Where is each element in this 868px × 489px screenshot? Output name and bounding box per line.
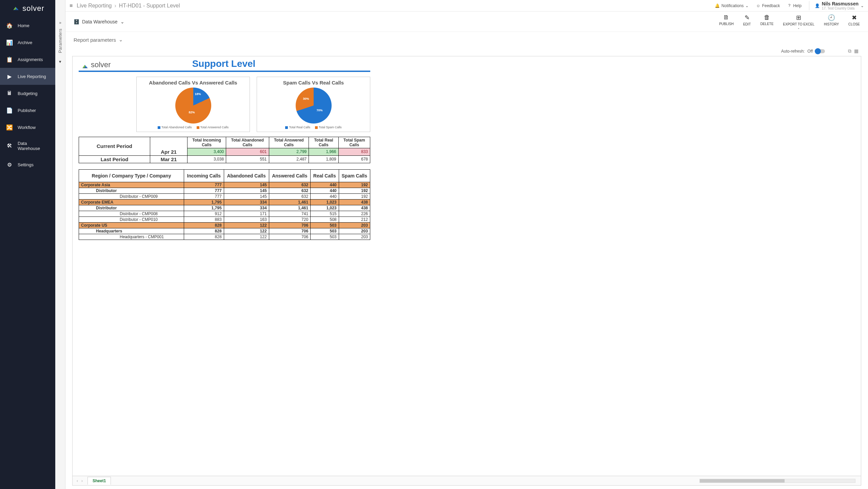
sidebar-item-publisher[interactable]: 📄Publisher [0, 102, 55, 119]
table-row: Distributor - CMP008912171741515226 [79, 211, 370, 217]
breadcrumb-sep: › [115, 3, 116, 9]
sidebar-item-data-warehouse[interactable]: 🛠Data Warehouse [0, 136, 55, 156]
breadcrumb: Live Reporting › HT-HD01 - Support Level [77, 3, 180, 9]
history-button[interactable]: 🕘 HISTORY [824, 14, 839, 30]
main-area: ≡ Live Reporting › HT-HD01 - Support Lev… [65, 0, 868, 489]
detail-table: Region / Company Type / Company Incoming… [79, 169, 370, 240]
live-reporting-icon: ▶ [6, 73, 13, 80]
sidebar-item-settings[interactable]: ⚙Settings [0, 156, 55, 173]
assignments-icon: 📋 [6, 56, 13, 63]
history-icon: 🕘 [828, 14, 835, 21]
table-row: Corporate Asia777145632440192 [79, 182, 370, 188]
table-row: Distributor - CMP010883163720508212 [79, 217, 370, 222]
chevron-down-icon: ⌄ [119, 37, 123, 43]
charts-row: Abandoned Calls Vs Answered Calls 18% 82… [136, 77, 370, 132]
trash-icon: 🗑 [764, 14, 770, 21]
toolbar: 🗄️ Data Warehouse ⌄ 🗎 PUBLISH ✎ EDIT 🗑 D… [65, 12, 868, 32]
solver-triangle-icon [80, 64, 90, 69]
report-canvas: solver Support Level Abandoned Calls Vs … [72, 56, 861, 486]
menu-icon[interactable]: ≡ [70, 3, 73, 9]
notifications-menu[interactable]: 🔔 Notifications ⌄ [715, 3, 749, 8]
popout-icon[interactable]: ⧉ [848, 48, 851, 54]
table-row: Corporate EMEA1,7953341,4611,023438 [79, 199, 370, 205]
help-link[interactable]: ？ Help [787, 3, 802, 8]
topbar-right: 🔔 Notifications ⌄ ☺ Feedback ？ Help 👤 Ni… [715, 1, 864, 10]
user-icon: 👤 [815, 3, 820, 8]
horizontal-scrollbar[interactable] [699, 479, 855, 483]
autorefresh-row: Auto-refresh: Off ⧉ ▦ [65, 48, 868, 56]
sidebar-item-workflow[interactable]: 🔀Workflow [0, 119, 55, 136]
chevron-down-icon: ⌄ [861, 3, 864, 8]
export-excel-button[interactable]: ⊞ EXPORT TO EXCEL ⌄ [783, 14, 814, 30]
pie-right: 30% 70% [296, 88, 332, 124]
topbar: ≡ Live Reporting › HT-HD01 - Support Lev… [65, 0, 868, 12]
report-parameters-toggle[interactable]: Report parameters ⌄ [65, 32, 868, 48]
close-button[interactable]: ✖ CLOSE [848, 14, 860, 30]
excel-icon: ⊞ [796, 14, 801, 21]
report-title: Support Level [192, 58, 256, 69]
sidebar-item-budgeting[interactable]: 🖩Budgeting [0, 85, 55, 102]
table-row: Headquarters828122706503203 [79, 228, 370, 234]
close-icon: ✖ [852, 14, 857, 21]
chevron-down-icon: ⌄ [120, 19, 124, 24]
document-icon: 🗎 [723, 14, 729, 21]
bell-icon: 🔔 [715, 3, 720, 8]
summary-table: Current Period Total Incoming Calls Tota… [79, 137, 370, 163]
table-row: Headquarters - CMP001828122706503203 [79, 234, 370, 240]
chevron-down-icon: ⌄ [797, 26, 800, 30]
brand-logo: solver [0, 0, 55, 17]
action-buttons: 🗎 PUBLISH ✎ EDIT 🗑 DELETE ⊞ EXPORT TO EX… [719, 14, 860, 30]
breadcrumb-root[interactable]: Live Reporting [77, 3, 112, 9]
sidebar-item-assignments[interactable]: 📋Assignments [0, 51, 55, 68]
settings-icon: ⚙ [6, 161, 13, 168]
chevron-down-icon: ⌄ [745, 3, 749, 8]
table-row: Corporate US828122706503203 [79, 222, 370, 228]
grid-icon[interactable]: ▦ [854, 48, 859, 54]
publish-button[interactable]: 🗎 PUBLISH [719, 14, 734, 30]
sidebar-item-archive[interactable]: 📊Archive [0, 34, 55, 51]
edit-button[interactable]: ✎ EDIT [743, 14, 751, 30]
expand-chevron-icon[interactable]: » [59, 20, 61, 25]
archive-icon: 📊 [6, 39, 13, 46]
home-icon: 🏠 [6, 22, 13, 29]
breadcrumb-page: HT-HD01 - Support Level [119, 3, 180, 9]
parameters-label: Parameters [58, 29, 63, 53]
sidebar: solver 🏠Home📊Archive📋Assignments▶Live Re… [0, 0, 55, 489]
parameters-rail[interactable]: » Parameters ▾ [55, 0, 65, 489]
chart-spam-vs-real: Spam Calls Vs Real Calls 30% 70% Total R… [257, 77, 370, 132]
filter-funnel-icon[interactable]: ▾ [59, 59, 61, 64]
sheet-next-icon[interactable]: › [81, 478, 83, 483]
table-row: Distributor - CMP009777145632440192 [79, 193, 370, 199]
publisher-icon: 📄 [6, 107, 13, 114]
pie-left: 18% 82% [175, 88, 211, 124]
app-root: solver 🏠Home📊Archive📋Assignments▶Live Re… [0, 0, 868, 489]
brand-text: solver [22, 4, 44, 13]
autorefresh-toggle[interactable] [815, 49, 825, 53]
sidebar-item-home[interactable]: 🏠Home [0, 17, 55, 34]
sheet-prev-icon[interactable]: ‹ [77, 478, 78, 483]
database-icon: 🗄️ [74, 19, 79, 24]
report-scroll[interactable]: solver Support Level Abandoned Calls Vs … [73, 56, 861, 476]
feedback-link[interactable]: ☺ Feedback [756, 3, 780, 8]
source-selector[interactable]: 🗄️ Data Warehouse ⌄ [74, 19, 124, 24]
workflow-icon: 🔀 [6, 124, 13, 131]
pencil-icon: ✎ [745, 14, 750, 21]
sheet-tab[interactable]: Sheet1 [87, 477, 111, 485]
budgeting-icon: 🖩 [6, 90, 13, 97]
table-row: Distributor1,7953341,4611,023438 [79, 205, 370, 211]
user-name: Nils Rasmussen [822, 1, 859, 6]
chart-abandoned-vs-answered: Abandoned Calls Vs Answered Calls 18% 82… [136, 77, 250, 132]
sheet-tab-bar: ‹ › Sheet1 [73, 476, 861, 485]
user-subtitle: 17. Test Country Data [822, 6, 859, 10]
delete-button[interactable]: 🗑 DELETE [760, 14, 773, 30]
data-warehouse-icon: 🛠 [6, 143, 13, 149]
sidebar-item-live-reporting[interactable]: ▶Live Reporting [0, 68, 55, 85]
smile-icon: ☺ [756, 3, 760, 8]
solver-triangle-icon [11, 6, 20, 11]
user-menu[interactable]: 👤 Nils Rasmussen 17. Test Country Data ⌄ [809, 1, 864, 10]
sheet-nav[interactable]: ‹ › [77, 478, 83, 483]
report-header: solver Support Level [79, 58, 370, 72]
table-row: Distributor777145632440192 [79, 188, 370, 193]
help-icon: ？ [787, 3, 791, 8]
